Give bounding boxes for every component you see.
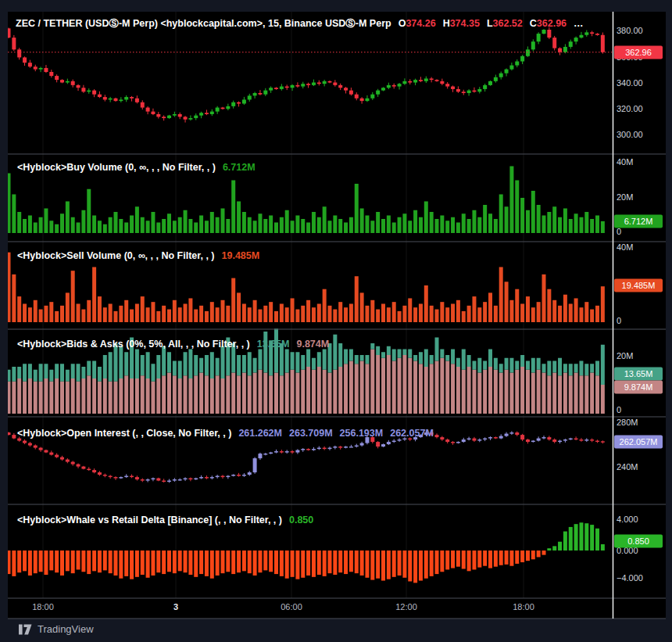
asks-value: 9.874M	[296, 339, 329, 350]
indicator-title: <Hyblock>Sell Volume (0, ∞, , , No Filte…	[17, 250, 215, 261]
axis-label: −4.000	[617, 573, 643, 583]
ohlc-open: O374.26	[399, 18, 436, 29]
bids-asks-legend[interactable]: <Hyblock>Bids & Asks (0%, 5%, All, , , N…	[17, 338, 329, 350]
tradingview-chart: ZEC / TETHER (USDⓈ-M Perp) <hyblockcapit…	[0, 0, 672, 642]
indicator-value: 19.485M	[222, 250, 260, 261]
axis-label: 0	[617, 405, 621, 414]
sell-volume-legend[interactable]: <Hyblock>Sell Volume (0, ∞, , , No Filte…	[17, 249, 259, 262]
axis-label: 320.00	[617, 104, 643, 113]
bids-value: 13.65M	[257, 339, 290, 350]
whale-delta-badge: 0.850	[614, 535, 663, 548]
buy-volume-badge: 6.712M	[614, 215, 663, 228]
indicator-title: <Hyblock>Open Interest (, , Close, No Fi…	[17, 428, 231, 439]
ohlc-high: H374.35	[443, 18, 480, 29]
time-axis-label: 12:00	[395, 602, 417, 612]
tradingview-logo-icon	[19, 624, 32, 635]
time-axis-label: 06:00	[281, 602, 302, 612]
bids-badge: 13.65M	[614, 368, 663, 381]
axis-label: 280M	[617, 418, 638, 427]
axis-label: 380.00	[617, 26, 643, 35]
chart-plot-canvas[interactable]	[0, 0, 672, 642]
frame-left	[0, 0, 8, 642]
axis-label: 340.00	[617, 78, 643, 88]
axis-label: 300.00	[617, 130, 643, 139]
axis-label: 20M	[617, 192, 633, 202]
oi-value-high: 263.709M	[289, 428, 333, 439]
buy-volume-legend[interactable]: <Hyblock>Buy Volume (0, ∞, , , No Filter…	[17, 161, 256, 174]
tradingview-attribution[interactable]: TradingView	[19, 623, 94, 635]
symbol-title: ZEC / TETHER (USDⓈ-M Perp) <hyblockcapit…	[16, 17, 391, 30]
open-interest-badge: 262.057M	[614, 436, 663, 449]
ohlc-ellipsis: …	[574, 18, 584, 29]
price-panel-legend[interactable]: ZEC / TETHER (USDⓈ-M Perp) <hyblockcapit…	[16, 17, 584, 30]
time-axis-label: 18:00	[32, 602, 54, 612]
open-interest-legend[interactable]: <Hyblock>Open Interest (, , Close, No Fi…	[17, 427, 434, 439]
axis-label: 0	[617, 316, 621, 325]
oi-value-close: 262.057M	[390, 428, 434, 439]
indicator-value: 0.850	[289, 515, 313, 525]
frame-right	[667, 0, 672, 642]
sell-volume-badge: 19.485M	[614, 279, 663, 292]
indicator-title: <Hyblock>Buy Volume (0, ∞, , , No Filter…	[17, 162, 216, 173]
tradingview-brand-label: TradingView	[38, 623, 94, 635]
indicator-title: <Hyblock>Whale vs Retail Delta [Binance]…	[17, 515, 282, 525]
axis-label: 4.000	[617, 515, 638, 524]
axis-label: 40M	[617, 157, 633, 167]
whale-delta-legend[interactable]: <Hyblock>Whale vs Retail Delta [Binance]…	[17, 514, 313, 526]
asks-badge: 9.874M	[614, 381, 663, 394]
axis-label: 0	[617, 227, 621, 236]
oi-value-low: 256.193M	[340, 428, 384, 439]
axis-label: 40M	[617, 242, 633, 252]
axis-label: 20M	[617, 351, 633, 360]
oi-value-open: 261.262M	[238, 428, 282, 439]
indicator-title: <Hyblock>Bids & Asks (0%, 5%, All, , , N…	[17, 339, 250, 350]
frame-top	[0, 0, 672, 12]
last-price-badge: 362.96	[614, 46, 663, 59]
time-axis-label: 18:00	[513, 602, 534, 612]
frame-bottom	[0, 619, 672, 642]
ohlc-close: C362.96	[530, 18, 567, 29]
ohlc-low: L362.52	[487, 18, 523, 29]
axis-label: 240M	[617, 462, 638, 472]
indicator-value: 6.712M	[223, 162, 256, 173]
time-axis-label: 3	[173, 602, 178, 612]
